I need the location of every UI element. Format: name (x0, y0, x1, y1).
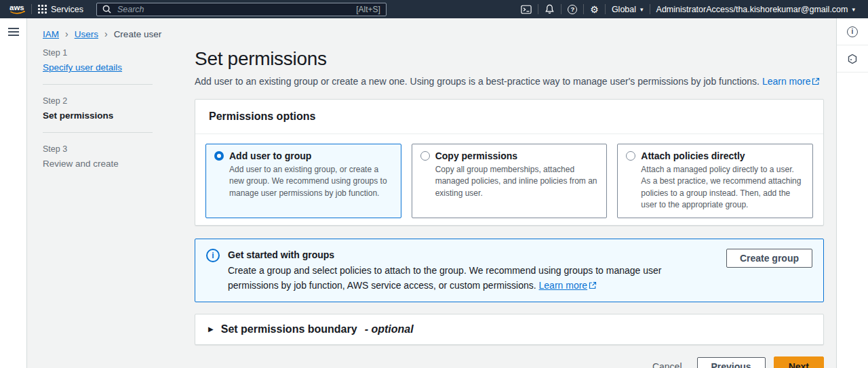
breadcrumb-link-users[interactable]: Users (75, 29, 98, 39)
content-area: IAM › Users › Create user Step 1 Specify… (27, 18, 836, 368)
cancel-button[interactable]: Cancel (646, 358, 689, 368)
external-link-icon (812, 77, 820, 85)
wizard-step-1: Step 1 Specify user details (43, 48, 153, 73)
learn-more-label: Learn more (762, 76, 811, 87)
step-upcoming-review-and-create: Review and create (43, 159, 153, 169)
right-tools-rail: i (836, 18, 868, 368)
option-title: Copy permissions (435, 150, 517, 161)
bell-icon (545, 4, 555, 14)
svg-text:aws: aws (9, 3, 24, 12)
services-menu[interactable]: Services (32, 0, 90, 18)
aws-logo[interactable]: aws (7, 0, 31, 18)
option-card-copy-permissions[interactable]: Copy permissions Copy all group membersh… (412, 144, 608, 218)
aws-logo-icon: aws (8, 3, 28, 16)
permissions-options-header: Permissions options (195, 100, 823, 134)
breadcrumb-current: Create user (114, 29, 162, 39)
wizard-step-2: Step 2 Set permissions (43, 96, 153, 121)
left-navigation-rail (0, 18, 27, 368)
radio-unselected-icon[interactable] (626, 151, 635, 161)
page-description-text: Add user to an existing group or create … (195, 76, 760, 87)
boundary-title: Set permissions boundary (221, 323, 357, 335)
step-number: Step 2 (43, 96, 153, 106)
breadcrumb-separator-icon: › (65, 28, 68, 39)
search-input[interactable] (116, 4, 351, 15)
top-navigation-bar: aws Services [Alt+S] (0, 0, 868, 18)
services-grid-icon (38, 5, 47, 14)
step-divider (43, 132, 153, 133)
permissions-options-body: Add user to group Add user to an existin… (195, 134, 823, 225)
search-shortcut-hint: [Alt+S] (356, 5, 380, 14)
permissions-options-panel: Permissions options Add user to group Ad… (195, 99, 824, 226)
region-selector[interactable]: Global ▾ (606, 0, 650, 18)
main-column: Set permissions Add user to an existing … (195, 48, 824, 368)
boundary-optional-label: - optional (365, 323, 414, 335)
step-current-set-permissions: Set permissions (43, 110, 153, 121)
notifications-button[interactable] (538, 0, 561, 18)
hamburger-menu-icon[interactable] (8, 28, 19, 38)
option-title: Attach policies directly (641, 150, 745, 161)
option-description: Copy all group memberships, attached man… (435, 164, 599, 199)
permissions-options-title: Permissions options (209, 110, 315, 122)
wizard-footer: Cancel Previous Next (195, 356, 824, 368)
tools-panel-toggle[interactable] (837, 45, 868, 73)
learn-more-link[interactable]: Learn more (762, 76, 821, 87)
permissions-boundary-expander[interactable]: ▶ Set permissions boundary - optional (195, 314, 824, 345)
radio-unselected-icon[interactable] (420, 151, 430, 161)
app-body: IAM › Users › Create user Step 1 Specify… (0, 18, 868, 368)
step-number: Step 3 (43, 144, 153, 154)
services-label: Services (51, 5, 83, 14)
infobox-title: Get started with groups (228, 247, 705, 262)
option-title: Add user to group (229, 150, 311, 161)
step-link-specify-user-details[interactable]: Specify user details (43, 62, 122, 73)
next-button[interactable]: Next (774, 356, 824, 368)
option-description: Add user to an existing group, or create… (229, 164, 393, 199)
radio-selected-icon[interactable] (214, 151, 224, 161)
account-label: AdministratorAccess/tha.kishorekumar@gma… (656, 5, 848, 14)
info-icon: i (847, 26, 858, 37)
cloudshell-button[interactable] (515, 0, 538, 18)
page-title: Set permissions (195, 48, 824, 70)
region-label: Global (612, 5, 636, 14)
account-menu[interactable]: AdministratorAccess/tha.kishorekumar@gma… (650, 0, 861, 18)
infobox-content: Get started with groups Create a group a… (228, 247, 705, 293)
previous-button[interactable]: Previous (697, 357, 766, 368)
breadcrumb: IAM › Users › Create user (43, 18, 824, 39)
wizard-step-3: Step 3 Review and create (43, 144, 153, 169)
gear-icon: ⚙ (590, 5, 599, 14)
chevron-down-icon: ▾ (640, 6, 644, 13)
hexagon-tool-icon (847, 54, 858, 64)
expand-arrow-icon: ▶ (208, 325, 214, 333)
search-icon (102, 5, 111, 14)
chevron-down-icon: ▾ (852, 6, 855, 13)
breadcrumb-separator-icon: › (104, 28, 108, 39)
step-number: Step 1 (43, 48, 153, 58)
external-link-icon (589, 281, 597, 289)
breadcrumb-link-iam[interactable]: IAM (43, 29, 59, 39)
create-group-button[interactable]: Create group (726, 249, 812, 268)
step-divider (43, 84, 153, 85)
help-button[interactable]: ? (561, 0, 583, 18)
topbar-right-cluster: ? ⚙ Global ▾ AdministratorAccess/tha.kis… (515, 0, 861, 18)
page-description: Add user to an existing group or create … (195, 76, 824, 87)
option-card-add-user-to-group[interactable]: Add user to group Add user to an existin… (205, 144, 401, 218)
settings-button[interactable]: ⚙ (584, 0, 605, 18)
infobox-learn-more-link[interactable]: Learn more (539, 280, 597, 291)
global-search[interactable]: [Alt+S] (96, 3, 387, 16)
info-panel-toggle[interactable]: i (837, 18, 868, 45)
wizard-steps-nav: Step 1 Specify user details Step 2 Set p… (43, 48, 153, 368)
get-started-with-groups-infobox: i Get started with groups Create a group… (195, 239, 824, 302)
option-description: Attach a managed policy directly to a us… (641, 164, 804, 211)
learn-more-label: Learn more (539, 280, 588, 291)
cloudshell-terminal-icon (521, 5, 532, 14)
help-icon: ? (568, 5, 577, 14)
option-card-attach-policies-directly[interactable]: Attach policies directly Attach a manage… (617, 144, 813, 218)
info-icon: i (206, 249, 220, 262)
